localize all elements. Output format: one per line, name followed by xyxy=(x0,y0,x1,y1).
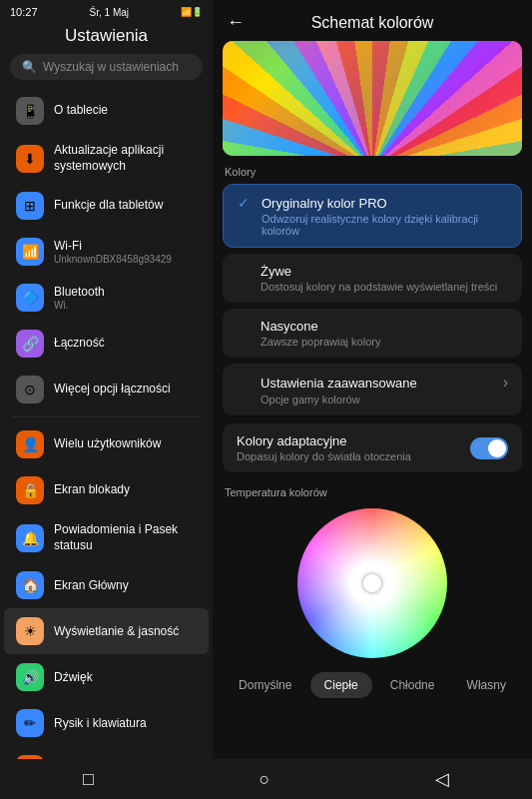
check-icon-oryginalny: ✓ xyxy=(238,195,254,211)
temp-btn-ciepte[interactable]: Ciepłe xyxy=(310,672,372,698)
temp-buttons: DomyślneCiepłeChłodneWłasny xyxy=(223,664,522,702)
menu-icon-o-tablecie: 📱 xyxy=(16,97,44,125)
adaptive-section: Kolory adaptacyjne Dopasuj kolory do świ… xyxy=(223,423,522,472)
status-icons: 📶🔋 xyxy=(181,7,203,17)
date: Śr, 1 Maj xyxy=(90,7,129,18)
menu-item-o-tablecie[interactable]: 📱O tablecie xyxy=(4,88,209,134)
color-option-desc-zaawansowane: Opcje gamy kolorów xyxy=(237,394,508,405)
color-option-nasycone[interactable]: NasyconeZawsze poprawiaj kolory xyxy=(223,309,522,358)
menu-item-wyswietlanie[interactable]: ☀Wyświetlanie & jasność xyxy=(4,608,209,654)
menu-label-lacznosc: Łączność xyxy=(54,336,105,352)
menu-item-lacznosc[interactable]: 🔗Łączność xyxy=(4,321,209,367)
menu-item-rysik[interactable]: ✏Rysik i klawiatura xyxy=(4,700,209,746)
menu-label-dzwiek: Dźwięk xyxy=(54,670,93,686)
search-box[interactable]: 🔍 Wyszukaj w ustawieniach xyxy=(10,54,203,80)
menu-icon-wyswietlanie: ☀ xyxy=(16,617,44,645)
menu-icon-rysik: ✏ xyxy=(16,709,44,737)
toggle-knob xyxy=(488,439,506,457)
menu-item-wiecej-opcji[interactable]: ⊙Więcej opcji łączności xyxy=(4,367,209,412)
color-option-title-zaawansowane: Ustawienia zaawansowane xyxy=(261,376,417,391)
menu-item-ekran-glowny[interactable]: 🏠Ekran Główny xyxy=(4,562,209,608)
temp-btn-wlasny[interactable]: Własny xyxy=(453,672,520,698)
menu-label-ekran-glowny: Ekran Główny xyxy=(54,578,129,594)
menu-icon-wifi: 📶 xyxy=(16,238,44,266)
menu-item-wifi[interactable]: 📶Wi-FiUnknownDBX8458g93429 xyxy=(4,229,209,275)
menu-icon-powiadomienia: 🔔 xyxy=(16,524,44,552)
menu-label-o-tablecie: O tablecie xyxy=(54,103,108,119)
pencils-image xyxy=(223,41,522,156)
color-option-title-zywe: Żywe xyxy=(261,264,291,279)
color-wheel-container xyxy=(223,502,522,664)
status-bar: 10:27 Śr, 1 Maj 📶🔋 xyxy=(0,0,213,22)
left-panel: 10:27 Śr, 1 Maj 📶🔋 Ustawienia 🔍 Wyszukaj… xyxy=(0,0,213,799)
menu-label-rysik: Rysik i klawiatura xyxy=(54,716,147,732)
menu-label-wiecej-opcji: Więcej opcji łączności xyxy=(54,382,171,398)
menu-label-funkcje: Funkcje dla tabletów xyxy=(54,198,163,214)
menu-icon-ekran-glowny: 🏠 xyxy=(16,571,44,599)
menu-list: 📱O tablecie⬇Aktualizacje aplikacji syste… xyxy=(0,88,213,799)
menu-divider xyxy=(12,416,201,417)
color-option-oryginalny[interactable]: ✓Oryginalny kolor PROOdwzoruj realistycz… xyxy=(223,184,522,248)
menu-item-powiadomienia[interactable]: 🔔Powiadomienia i Pasek statusu xyxy=(4,513,209,562)
bottom-nav: □ ○ ◁ xyxy=(0,759,532,799)
menu-icon-aktualizacje: ⬇ xyxy=(16,145,44,173)
nav-home-button[interactable]: ○ xyxy=(252,761,278,798)
kolory-label: Kolory xyxy=(223,162,522,184)
menu-icon-ekran-blokady: 🔒 xyxy=(16,476,44,504)
color-option-desc-zywe: Dostosuj kolory na podstawie wyświetlane… xyxy=(237,281,508,293)
menu-label-aktualizacje: Aktualizacje aplikacji systemowych xyxy=(54,143,197,174)
adaptive-toggle[interactable] xyxy=(470,437,508,459)
menu-icon-wielu-uzyt: 👤 xyxy=(16,430,44,458)
menu-sublabel-wifi: UnknownDBX8458g93429 xyxy=(54,254,172,265)
arrow-icon-zaawansowane: › xyxy=(503,374,508,392)
menu-item-bluetooth[interactable]: 🔷BluetoothWi. xyxy=(4,275,209,321)
menu-label-ekran-blokady: Ekran blokady xyxy=(54,482,130,498)
menu-icon-wiecej-opcji: ⊙ xyxy=(16,376,44,403)
search-placeholder: Wyszukaj w ustawieniach xyxy=(43,60,179,74)
menu-item-ekran-blokady[interactable]: 🔒Ekran blokady xyxy=(4,467,209,513)
menu-label-powiadomienia: Powiadomienia i Pasek statusu xyxy=(54,522,197,553)
color-option-title-nasycone: Nasycone xyxy=(261,319,318,334)
right-panel: ← Schemat kolorów Kolory ✓Oryginalny kol… xyxy=(213,0,532,799)
wheel-indicator xyxy=(363,574,381,592)
menu-icon-funkcje: ⊞ xyxy=(16,192,44,220)
menu-label-wifi: Wi-Fi xyxy=(54,239,172,255)
nav-recents-button[interactable]: ◁ xyxy=(427,760,457,798)
settings-title: Ustawienia xyxy=(0,22,213,54)
color-option-desc-oryginalny: Odwzoruj realistyczne kolory dzięki kali… xyxy=(238,213,507,237)
temp-label: Temperatura kolorów xyxy=(223,480,522,502)
color-option-title-oryginalny: Oryginalny kolor PRO xyxy=(262,196,387,211)
menu-label-bluetooth: Bluetooth xyxy=(54,285,105,301)
right-panel-title: Schemat kolorów xyxy=(255,14,518,32)
color-options-list: ✓Oryginalny kolor PROOdwzoruj realistycz… xyxy=(223,184,522,415)
menu-icon-bluetooth: 🔷 xyxy=(16,284,44,312)
menu-item-funkcje[interactable]: ⊞Funkcje dla tabletów xyxy=(4,183,209,229)
menu-icon-lacznosc: 🔗 xyxy=(16,330,44,358)
adaptive-title: Kolory adaptacyjne xyxy=(237,433,411,448)
right-content: Kolory ✓Oryginalny kolor PROOdwzoruj rea… xyxy=(213,41,532,799)
back-button[interactable]: ← xyxy=(227,12,245,33)
search-icon: 🔍 xyxy=(22,60,37,74)
color-wheel[interactable] xyxy=(297,508,447,658)
color-option-desc-nasycone: Zawsze poprawiaj kolory xyxy=(237,336,508,348)
color-option-zywe[interactable]: ŻyweDostosuj kolory na podstawie wyświet… xyxy=(223,254,522,303)
time: 10:27 xyxy=(10,6,38,18)
menu-sublabel-bluetooth: Wi. xyxy=(54,300,105,311)
menu-item-dzwiek[interactable]: 🔊Dźwięk xyxy=(4,654,209,700)
right-header: ← Schemat kolorów xyxy=(213,0,532,41)
menu-label-wielu-uzyt: Wielu użytkowników xyxy=(54,436,161,452)
color-option-zaawansowane[interactable]: Ustawienia zaawansowane›Opcje gamy kolor… xyxy=(223,364,522,415)
menu-label-wyswietlanie: Wyświetlanie & jasność xyxy=(54,624,179,640)
adaptive-desc: Dopasuj kolory do światła otoczenia xyxy=(237,450,411,462)
menu-item-wielu-uzyt[interactable]: 👤Wielu użytkowników xyxy=(4,421,209,467)
temp-btn-chlodne[interactable]: Chłodne xyxy=(376,672,449,698)
nav-back-button[interactable]: □ xyxy=(75,761,102,798)
temp-btn-domyslne[interactable]: Domyślne xyxy=(225,672,305,698)
menu-item-aktualizacje[interactable]: ⬇Aktualizacje aplikacji systemowych xyxy=(4,134,209,183)
menu-icon-dzwiek: 🔊 xyxy=(16,663,44,691)
